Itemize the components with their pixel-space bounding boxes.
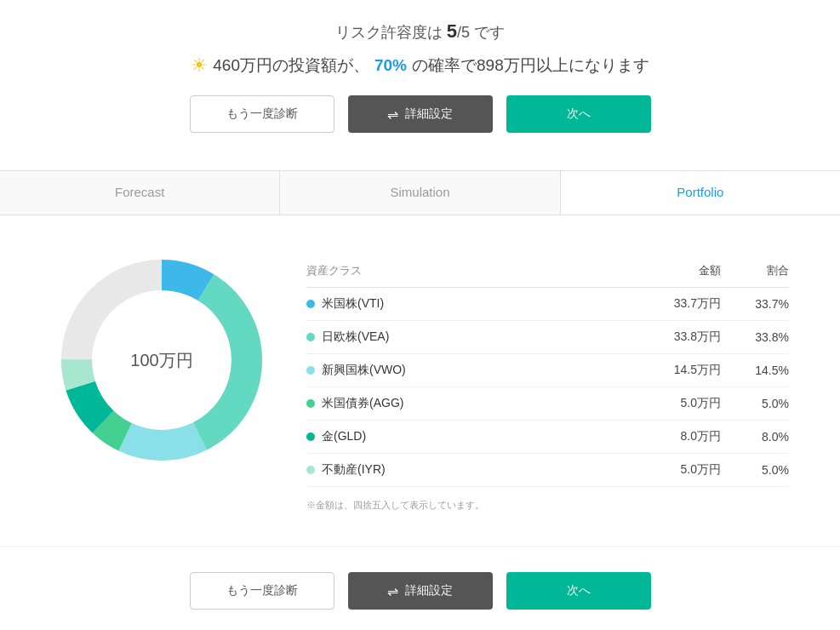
ratio-iyr: 5.0% [721, 463, 789, 477]
risk-label: リスク許容度は [335, 24, 443, 41]
amount-vwo: 14.5万円 [636, 363, 721, 378]
table-row: 新興国株(VWO) 14.5万円 14.5% [306, 354, 789, 387]
asset-label-vwo: 新興国株(VWO) [322, 363, 406, 378]
donut-chart: 100万円 [51, 249, 272, 471]
next-button-bottom[interactable]: 次へ [506, 572, 651, 610]
tab-simulation-label: Simulation [390, 185, 449, 199]
asset-label-vti: 米国株(VTI) [322, 296, 384, 312]
asset-name-gld: 金(GLD) [306, 429, 636, 444]
amount-gld: 8.0万円 [636, 429, 721, 444]
dot-iyr [306, 466, 315, 474]
portfolio-table: 資産クラス 金額 割合 米国株(VTI) 33.7万円 33.7% 日欧株(VE… [306, 258, 789, 512]
table-row: 日欧株(VEA) 33.8万円 33.8% [306, 321, 789, 354]
risk-title: リスク許容度は 5/5 です [17, 20, 823, 43]
sun-icon: ☀ [191, 54, 208, 77]
ratio-vea: 33.8% [721, 330, 789, 344]
asset-name-vwo: 新興国株(VWO) [306, 363, 636, 378]
ratio-vti: 33.7% [721, 297, 789, 311]
table-header: 資産クラス 金額 割合 [306, 258, 789, 288]
next-button-top[interactable]: 次へ [506, 95, 651, 133]
bottom-button-row: もう一度診断 詳細設定 次へ [0, 546, 840, 630]
asset-label-vea: 日欧株(VEA) [322, 329, 389, 345]
dot-agg [306, 399, 315, 408]
ratio-vwo: 14.5% [721, 364, 789, 377]
asset-name-vti: 米国株(VTI) [306, 296, 636, 312]
table-row: 米国株(VTI) 33.7万円 33.7% [306, 288, 789, 321]
table-row: 米国債券(AGG) 5.0万円 5.0% [306, 387, 789, 421]
donut-center-label: 100万円 [130, 349, 192, 372]
sliders-icon-bottom [387, 583, 398, 599]
tab-simulation[interactable]: Simulation [280, 171, 560, 215]
header-ratio: 割合 [721, 263, 789, 278]
amount-iyr: 5.0万円 [636, 462, 721, 478]
amount-agg: 5.0万円 [636, 396, 721, 411]
asset-label-agg: 米国債券(AGG) [322, 396, 403, 411]
risk-suffix: です [470, 24, 505, 41]
dot-vti [306, 300, 315, 308]
table-row: 不動産(IYR) 5.0万円 5.0% [306, 454, 789, 487]
forecast-highlight: 70% [374, 56, 407, 75]
forecast-line: ☀ 460万円の投資額が、 70% の確率で898万円以上になります [17, 54, 823, 77]
asset-label-iyr: 不動産(IYR) [322, 462, 386, 478]
ratio-agg: 5.0% [721, 397, 789, 410]
asset-name-agg: 米国債券(AGG) [306, 396, 636, 411]
tabs-section: Forecast Simulation Portfolio [0, 170, 840, 215]
table-note: ※金額は、四捨五入して表示しています。 [306, 499, 789, 512]
settings-button-bottom[interactable]: 詳細設定 [348, 572, 493, 610]
forecast-prefix: 460万円の投資額が、 [213, 54, 369, 77]
dot-gld [306, 432, 315, 441]
tab-forecast[interactable]: Forecast [0, 171, 280, 215]
asset-name-vea: 日欧株(VEA) [306, 329, 636, 345]
header-amount: 金額 [636, 263, 721, 278]
main-content: 100万円 資産クラス 金額 割合 米国株(VTI) 33.7万円 33.7% … [0, 215, 840, 537]
tab-forecast-label: Forecast [115, 185, 164, 199]
amount-vti: 33.7万円 [636, 296, 721, 312]
tab-portfolio-label: Portfolio [677, 185, 723, 199]
risk-value: 5 [447, 20, 457, 42]
amount-vea: 33.8万円 [636, 329, 721, 345]
asset-name-iyr: 不動産(IYR) [306, 462, 636, 478]
retry-button-bottom[interactable]: もう一度診断 [190, 572, 334, 610]
forecast-suffix: の確率で898万円以上になります [412, 54, 649, 77]
sliders-icon-top [387, 106, 398, 123]
table-row: 金(GLD) 8.0万円 8.0% [306, 421, 789, 454]
settings-label-top: 詳細設定 [405, 106, 453, 122]
header-asset: 資産クラス [306, 263, 636, 278]
ratio-gld: 8.0% [721, 430, 789, 444]
settings-label-bottom: 詳細設定 [405, 583, 453, 598]
asset-label-gld: 金(GLD) [322, 429, 366, 444]
top-section: リスク許容度は 5/5 です ☀ 460万円の投資額が、 70% の確率で898… [0, 0, 840, 150]
retry-button-top[interactable]: もう一度診断 [190, 95, 334, 133]
dot-vwo [306, 366, 315, 375]
top-button-row: もう一度診断 詳細設定 次へ [17, 95, 823, 133]
settings-button-top[interactable]: 詳細設定 [348, 95, 493, 133]
dot-vea [306, 333, 315, 341]
risk-max: /5 [457, 24, 470, 41]
tab-portfolio[interactable]: Portfolio [561, 171, 840, 215]
